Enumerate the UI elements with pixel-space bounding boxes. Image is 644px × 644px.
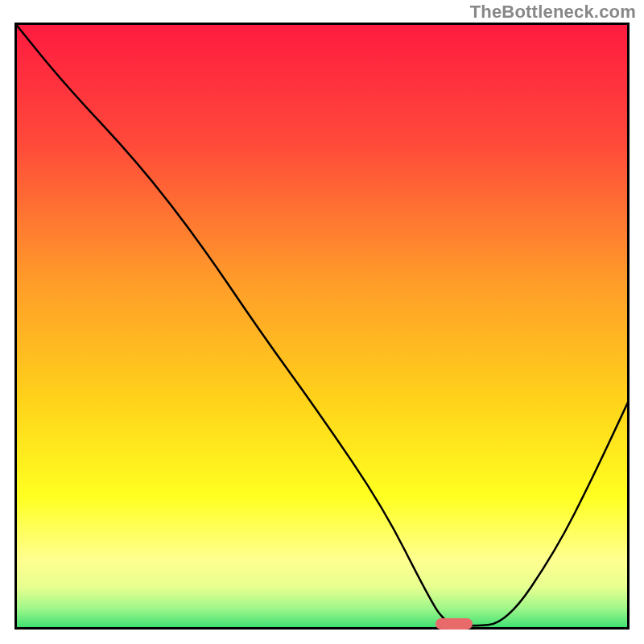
watermark-text: TheBottleneck.com	[470, 2, 636, 23]
plot-frame	[14, 23, 630, 630]
plot-svg	[14, 23, 630, 630]
chart-canvas: { "watermark": "TheBottleneck.com", "mar…	[0, 0, 644, 644]
plot-background	[14, 23, 630, 630]
